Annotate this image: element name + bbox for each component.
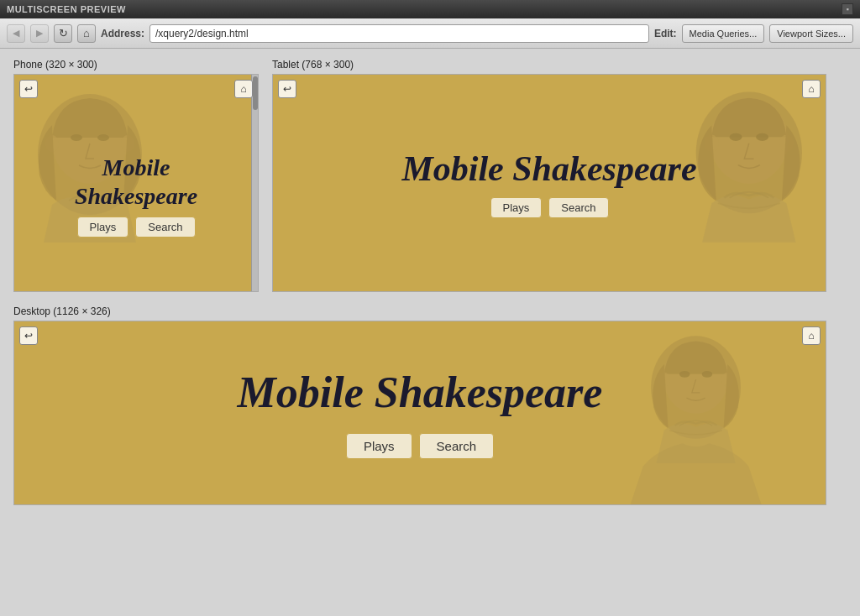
tablet-back-btn[interactable]: ↩	[278, 80, 296, 98]
desktop-home-btn[interactable]: ⌂	[802, 326, 821, 345]
svg-point-9	[756, 133, 768, 141]
svg-point-8	[729, 133, 742, 141]
desktop-back-btn[interactable]: ↩	[19, 326, 38, 345]
desktop-banner-nav: Plays Search	[346, 433, 494, 459]
title-bar: MULTISCREEN PREVIEW ▪	[0, 0, 860, 18]
phone-back-btn[interactable]: ↩	[19, 80, 38, 98]
tablet-frame: ↩ ⌂	[272, 74, 826, 292]
phone-home-btn[interactable]: ⌂	[234, 80, 253, 98]
phone-frame-nav: ↩ ⌂	[19, 80, 253, 98]
address-bar: ◀ ▶ ↻ ⌂ Address: Edit: Media Queries... …	[0, 18, 860, 49]
svg-point-3	[97, 134, 109, 141]
media-queries-button[interactable]: Media Queries...	[682, 24, 765, 43]
address-label: Address:	[101, 28, 144, 39]
phone-scrollbar[interactable]	[251, 75, 258, 291]
desktop-section: Desktop (1126 × 326) ↩ ⌂	[13, 305, 826, 505]
svg-point-14	[679, 371, 690, 378]
phone-banner-title: Mobile Shakespeare	[75, 154, 197, 210]
tablet-plays-button[interactable]: Plays	[490, 197, 543, 218]
desktop-frame: ↩ ⌂	[13, 321, 826, 505]
desktop-label: Desktop (1126 × 326)	[13, 305, 826, 317]
tablet-home-btn[interactable]: ⌂	[802, 80, 821, 98]
edit-label: Edit:	[654, 28, 677, 39]
desktop-search-button[interactable]: Search	[419, 433, 495, 459]
tablet-banner: Mobile Shakespeare Plays Search	[273, 75, 826, 291]
address-input[interactable]	[149, 24, 649, 43]
desktop-portrait-icon	[630, 321, 775, 504]
svg-point-15	[702, 371, 713, 378]
phone-plays-button[interactable]: Plays	[77, 217, 129, 238]
tablet-banner-nav: Plays Search	[490, 197, 609, 218]
desktop-frame-nav: ↩ ⌂	[19, 326, 821, 345]
phone-banner: Mobile Shakespeare Plays Search	[14, 75, 258, 291]
top-preview-row: Phone (320 × 300) ↩ ⌂	[13, 59, 847, 292]
phone-frame: ↩ ⌂	[13, 74, 259, 292]
phone-label: Phone (320 × 300)	[13, 59, 259, 70]
home-button[interactable]: ⌂	[77, 24, 96, 43]
phone-section: Phone (320 × 300) ↩ ⌂	[13, 59, 259, 292]
tablet-frame-nav: ↩ ⌂	[278, 80, 821, 98]
svg-point-2	[71, 134, 82, 141]
desktop-preview-row: Desktop (1126 × 326) ↩ ⌂	[13, 305, 847, 505]
title-bar-close-btn[interactable]: ▪	[842, 3, 853, 15]
back-button[interactable]: ◀	[7, 24, 25, 43]
title-bar-text: MULTISCREEN PREVIEW	[7, 4, 126, 14]
desktop-banner-title: Mobile Shakespeare	[238, 367, 603, 419]
phone-banner-nav: Plays Search	[77, 217, 196, 238]
forward-button[interactable]: ▶	[30, 24, 49, 43]
main-content: Phone (320 × 300) ↩ ⌂	[0, 49, 860, 616]
refresh-button[interactable]: ↻	[54, 24, 72, 43]
tablet-search-button[interactable]: Search	[548, 197, 608, 218]
desktop-banner: Mobile Shakespeare Plays Search	[14, 321, 826, 504]
tablet-label: Tablet (768 × 300)	[272, 59, 826, 70]
tablet-banner-title: Mobile Shakespeare	[401, 148, 696, 190]
phone-search-button[interactable]: Search	[135, 217, 195, 238]
viewport-sizes-button[interactable]: Viewport Sizes...	[769, 24, 853, 43]
phone-scrollbar-thumb	[253, 76, 258, 110]
desktop-plays-button[interactable]: Plays	[346, 433, 412, 459]
tablet-section: Tablet (768 × 300) ↩ ⌂	[272, 59, 826, 292]
title-bar-controls: ▪	[842, 3, 853, 15]
